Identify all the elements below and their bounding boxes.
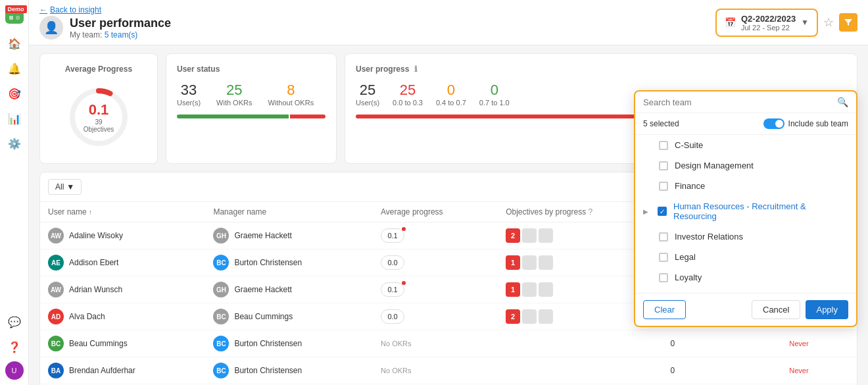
status-total-value: 33: [177, 82, 201, 99]
avg-progress-cell: 0.1: [373, 276, 498, 303]
up-range1: 25 0.0 to 0.3: [393, 82, 423, 107]
dropdown-team-item[interactable]: Finance: [635, 176, 856, 196]
avg-progress-card: Average Progress 0.1 39 Objectives: [39, 53, 158, 164]
team-checkbox[interactable]: [659, 161, 668, 170]
sidebar-icon-help[interactable]: ❓: [4, 336, 25, 357]
obj-count-cell: 0: [663, 357, 782, 384]
dropdown-team-item[interactable]: Legal: [635, 247, 856, 267]
page-subtitle: My team: 5 team(s): [70, 30, 171, 39]
avg-progress-cell: No OKRs: [373, 330, 498, 357]
include-sub-team-toggle[interactable]: Include sub team: [763, 118, 848, 129]
status-without-okr: 8 Without OKRs: [268, 82, 314, 107]
dropdown-arrow-icon: ▼: [66, 182, 74, 192]
team-checkbox[interactable]: ✓: [658, 207, 667, 216]
pill-gray-2: [539, 255, 553, 270]
obj-progress-info-icon[interactable]: ?: [589, 207, 593, 217]
obj-pills: 1: [506, 282, 654, 297]
obj-pills: 1: [506, 255, 654, 270]
user-name: Adrian Wunsch: [69, 285, 122, 294]
sidebar-icon-chat[interactable]: 💬: [4, 311, 25, 332]
team-item-label: Human Resources - Recruitment & Resourci…: [673, 201, 848, 221]
back-arrow-icon: ←: [39, 5, 47, 14]
team-checkbox[interactable]: [659, 182, 668, 191]
team-item-label: Investor Relations: [675, 232, 743, 242]
user-name: Beau Cummings: [69, 339, 128, 348]
toggle-switch[interactable]: [763, 118, 784, 129]
table-filter-dropdown[interactable]: All ▼: [48, 179, 82, 195]
obj-other-cell: Never: [781, 330, 857, 357]
up-range2: 0 0.4 to 0.7: [436, 82, 466, 107]
dropdown-team-item[interactable]: Investor Relations: [635, 226, 856, 247]
avg-progress-title: Average Progress: [65, 64, 132, 74]
sidebar-icon-analytics[interactable]: 📊: [4, 108, 25, 129]
team-checkbox[interactable]: [659, 141, 668, 150]
page-header: ← Back to insight 👤 User performance My …: [29, 0, 868, 45]
manager-avatar: GH: [213, 228, 229, 244]
dropdown-team-item[interactable]: C-Suite: [635, 135, 856, 155]
pill-gray-1: [522, 309, 537, 324]
sidebar-icon-objectives[interactable]: 🎯: [4, 83, 25, 104]
app-logo: Demo: [5, 5, 24, 24]
status-numbers: 33 User(s) 25 With OKRs 8 Without OKRs: [177, 82, 326, 107]
dropdown-team-item[interactable]: ▶✓Human Resources - Recruitment & Resour…: [635, 196, 856, 226]
manager-name-cell: GH Graeme Hackett: [205, 222, 373, 249]
user-avatar: AE: [48, 255, 64, 270]
manager-name-cell: BC Burton Christensen: [205, 357, 373, 384]
obj-pills: 2: [506, 309, 654, 324]
sidebar: Demo 🏠 🔔 🎯 📊 ⚙️ 💬 ❓ U: [0, 0, 29, 385]
status-with-okr-value: 25: [216, 82, 252, 99]
date-period-selector[interactable]: 📅 Q2-2022/2023 Jul 22 - Sep 22 ▼: [715, 9, 818, 37]
avg-badge: 0.1: [381, 282, 404, 297]
sidebar-icon-notifications[interactable]: 🔔: [4, 58, 25, 79]
table-row: BC Beau Cummings BC Burton Christensen N…: [40, 330, 857, 357]
pill-gray-2: [539, 228, 553, 243]
dropdown-team-item[interactable]: Loyalty: [635, 267, 856, 288]
never-label: Never: [789, 367, 808, 374]
svg-rect-3: [16, 16, 20, 20]
manager-name-cell: GH Graeme Hackett: [205, 276, 373, 303]
manager-avatar: BC: [213, 309, 229, 324]
page-title: User performance: [70, 16, 171, 30]
status-total-label: User(s): [177, 99, 201, 107]
clear-button[interactable]: Clear: [643, 300, 686, 319]
sidebar-icon-settings[interactable]: ⚙️: [4, 133, 25, 154]
team-checkbox[interactable]: [659, 273, 668, 282]
avg-badge: 0.0: [381, 255, 404, 270]
dropdown-footer: Clear Cancel Apply: [635, 293, 856, 326]
team-item-label: C-Suite: [675, 140, 703, 150]
dropdown-team-item[interactable]: ▶✓Marketing - SEO, Product, Branding & C…: [635, 288, 856, 293]
user-avatar: AW: [48, 228, 64, 244]
pill-red: 2: [506, 228, 520, 243]
filter-icon: [844, 18, 853, 27]
team-link[interactable]: 5 team(s): [105, 30, 138, 39]
pill-gray-2: [539, 309, 553, 324]
no-okr-label: No OKRs: [381, 367, 411, 374]
user-name: Addison Ebert: [69, 258, 118, 267]
cancel-button[interactable]: Cancel: [752, 300, 800, 319]
team-checkbox[interactable]: [659, 232, 668, 242]
col-user-name: User name ↑: [40, 202, 205, 222]
sidebar-icon-home[interactable]: 🏠: [4, 33, 25, 54]
col-avg-progress: Average progress: [373, 202, 498, 222]
user-progress-info-icon[interactable]: ℹ: [414, 64, 418, 74]
filter-button[interactable]: [839, 13, 857, 32]
status-without-okr-value: 8: [268, 82, 314, 99]
avg-progress-cell: 0.1: [373, 222, 498, 249]
manager-avatar: GH: [213, 282, 229, 297]
user-name-cell: BA Brendan Aufderhar: [40, 357, 205, 384]
table-row: BA Brendan Aufderhar BC Burton Christens…: [40, 357, 857, 384]
user-name-cell: AD Alva Dach: [40, 303, 205, 330]
progress-bar-red: [290, 115, 326, 118]
back-to-insight-link[interactable]: ← Back to insight: [39, 5, 171, 14]
manager-avatar: BC: [213, 336, 229, 351]
team-search-input[interactable]: [643, 97, 832, 107]
sidebar-user-avatar[interactable]: U: [5, 361, 24, 380]
pill-gray-1: [522, 282, 537, 297]
main-content: ← Back to insight 👤 User performance My …: [29, 0, 868, 385]
dropdown-team-item[interactable]: Design Management: [635, 155, 856, 176]
apply-button[interactable]: Apply: [806, 300, 848, 319]
team-checkbox[interactable]: [659, 253, 668, 262]
circular-progress: 0.1 39 Objectives: [66, 84, 132, 150]
sort-icon[interactable]: ↑: [89, 209, 92, 216]
favorite-star-button[interactable]: ☆: [823, 15, 834, 30]
